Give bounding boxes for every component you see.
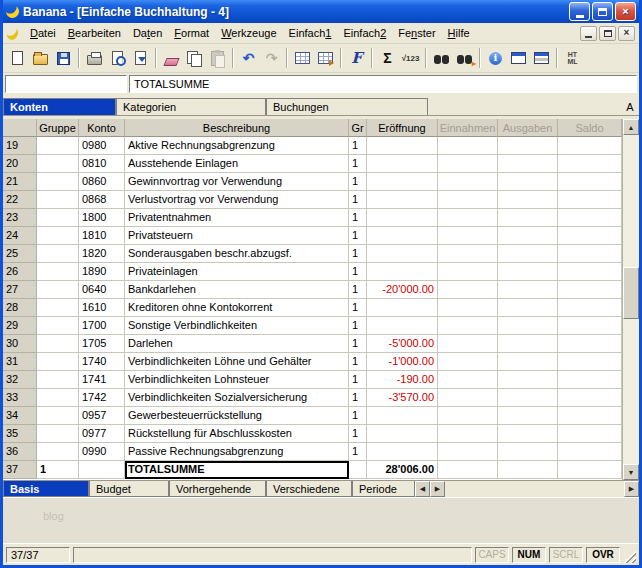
cell-beschreibung[interactable]: Darlehen — [125, 335, 349, 353]
mdi-close-button[interactable]: × — [618, 26, 635, 41]
minimize-button[interactable] — [569, 2, 590, 21]
row-number[interactable]: 31 — [3, 353, 37, 371]
cell-ausgaben[interactable] — [498, 335, 558, 353]
cell-gruppe[interactable] — [37, 281, 79, 299]
cell-beschreibung[interactable]: Privateinlagen — [125, 263, 349, 281]
close-button[interactable]: × — [615, 2, 636, 21]
restore-button[interactable] — [592, 2, 613, 21]
cell-beschreibung[interactable]: Kreditoren ohne Kontokorrent — [125, 299, 349, 317]
tab-konten[interactable]: Konten — [3, 98, 116, 115]
tab-kategorien[interactable]: Kategorien — [116, 98, 266, 115]
row-number[interactable]: 29 — [3, 317, 37, 335]
cell-ausgaben[interactable] — [498, 227, 558, 245]
cell-gr[interactable] — [349, 461, 367, 479]
row-number[interactable]: 33 — [3, 389, 37, 407]
cell-einnahmen[interactable] — [438, 137, 498, 155]
open-file-icon[interactable] — [29, 47, 52, 69]
cell-saldo[interactable] — [558, 263, 622, 281]
cell-beschreibung[interactable]: Gewerbesteuerrückstellung — [125, 407, 349, 425]
cell-saldo[interactable] — [558, 245, 622, 263]
cell-gruppe[interactable] — [37, 173, 79, 191]
cell-ausgaben[interactable] — [498, 407, 558, 425]
row-number[interactable]: 24 — [3, 227, 37, 245]
cell-einnahmen[interactable] — [438, 281, 498, 299]
row-number[interactable]: 20 — [3, 155, 37, 173]
cell-eroeffnung[interactable] — [367, 137, 438, 155]
cell-konto[interactable]: 0977 — [79, 425, 125, 443]
table-row[interactable]: 24 1810 Privatsteuern 1 — [3, 227, 622, 245]
cell-einnahmen[interactable] — [438, 425, 498, 443]
cell-eroeffnung[interactable] — [367, 227, 438, 245]
mdi-minimize-button[interactable] — [580, 26, 597, 41]
cell-einnahmen[interactable] — [438, 371, 498, 389]
cell-saldo[interactable] — [558, 155, 622, 173]
row-number[interactable]: 25 — [3, 245, 37, 263]
scroll-down-icon[interactable]: ▼ — [623, 464, 639, 480]
cell-gruppe[interactable] — [37, 137, 79, 155]
cell-ausgaben[interactable] — [498, 425, 558, 443]
sum-icon[interactable]: Σ — [376, 47, 399, 69]
table-row[interactable]: 23 1800 Privatentnahmen 1 — [3, 209, 622, 227]
menu-datei[interactable]: Datei — [24, 25, 62, 42]
cell-gr[interactable]: 1 — [349, 389, 367, 407]
row-number[interactable]: 23 — [3, 209, 37, 227]
header-saldo[interactable]: Saldo — [558, 119, 622, 137]
cell-ausgaben[interactable] — [498, 389, 558, 407]
cell-saldo[interactable] — [558, 461, 622, 479]
cell-eroeffnung[interactable]: -20'000.00 — [367, 281, 438, 299]
cell-gruppe[interactable] — [37, 335, 79, 353]
menu-einfach1[interactable]: Einfach1 — [283, 25, 338, 42]
cell-gruppe[interactable] — [37, 245, 79, 263]
cell-konto[interactable]: 1810 — [79, 227, 125, 245]
header-beschreibung[interactable]: Beschreibung — [125, 119, 349, 137]
cell-konto[interactable]: 1742 — [79, 389, 125, 407]
cell-saldo[interactable] — [558, 137, 622, 155]
cell-ausgaben[interactable] — [498, 209, 558, 227]
cell-gr[interactable]: 1 — [349, 425, 367, 443]
cell-ausgaben[interactable] — [498, 371, 558, 389]
cell-konto[interactable]: 1610 — [79, 299, 125, 317]
find-next-icon[interactable]: ▸ — [453, 47, 476, 69]
cell-saldo[interactable] — [558, 281, 622, 299]
cell-einnahmen[interactable] — [438, 173, 498, 191]
cell-ausgaben[interactable] — [498, 245, 558, 263]
accounts-window-icon[interactable] — [507, 47, 530, 69]
cell-gr[interactable]: 1 — [349, 155, 367, 173]
cell-konto[interactable]: 1705 — [79, 335, 125, 353]
cell-beschreibung[interactable]: Verbindlichkeiten Sozialversicherung — [125, 389, 349, 407]
cell-gr[interactable]: 1 — [349, 263, 367, 281]
cell-eroeffnung[interactable] — [367, 173, 438, 191]
cell-gr[interactable]: 1 — [349, 209, 367, 227]
menu-einfach2[interactable]: Einfach2 — [337, 25, 392, 42]
row-number[interactable]: 28 — [3, 299, 37, 317]
tab-scroll-left-icon[interactable]: ◀ — [415, 481, 430, 497]
cell-konto[interactable]: 0868 — [79, 191, 125, 209]
cell-beschreibung[interactable]: Bankdarlehen — [125, 281, 349, 299]
row-number[interactable]: 26 — [3, 263, 37, 281]
row-number[interactable]: 32 — [3, 371, 37, 389]
title-bar[interactable]: Banana - [Einfache Buchhaltung - 4] × — [3, 0, 639, 23]
cell-gruppe[interactable] — [37, 209, 79, 227]
undo-icon[interactable]: ↶ — [237, 47, 260, 69]
cell-eroeffnung[interactable] — [367, 443, 438, 461]
row-number[interactable]: 34 — [3, 407, 37, 425]
cell-ausgaben[interactable] — [498, 299, 558, 317]
cell-konto[interactable]: 1890 — [79, 263, 125, 281]
cell-saldo[interactable] — [558, 443, 622, 461]
cell-beschreibung[interactable]: Aktive Rechnungsabgrenzung — [125, 137, 349, 155]
table-row[interactable]: 26 1890 Privateinlagen 1 — [3, 263, 622, 281]
table-row[interactable]: 27 0640 Bankdarlehen 1 -20'000.00 — [3, 281, 622, 299]
cell-ausgaben[interactable] — [498, 353, 558, 371]
table-row[interactable]: 37 1 TOTALSUMME 28'006.00 — [3, 461, 622, 479]
cell-gr[interactable]: 1 — [349, 227, 367, 245]
cell-gruppe[interactable] — [37, 425, 79, 443]
cell-einnahmen[interactable] — [438, 461, 498, 479]
cell-gruppe[interactable] — [37, 443, 79, 461]
redo-icon[interactable]: ↷ — [260, 47, 283, 69]
row-number[interactable]: 19 — [3, 137, 37, 155]
cell-beschreibung[interactable]: Sonderausgaben beschr.abzugsf. — [125, 245, 349, 263]
cell-eroeffnung[interactable]: -190.00 — [367, 371, 438, 389]
table-row[interactable]: 28 1610 Kreditoren ohne Kontokorrent 1 — [3, 299, 622, 317]
cell-ausgaben[interactable] — [498, 443, 558, 461]
table-row[interactable]: 29 1700 Sonstige Verbindlichkeiten 1 — [3, 317, 622, 335]
